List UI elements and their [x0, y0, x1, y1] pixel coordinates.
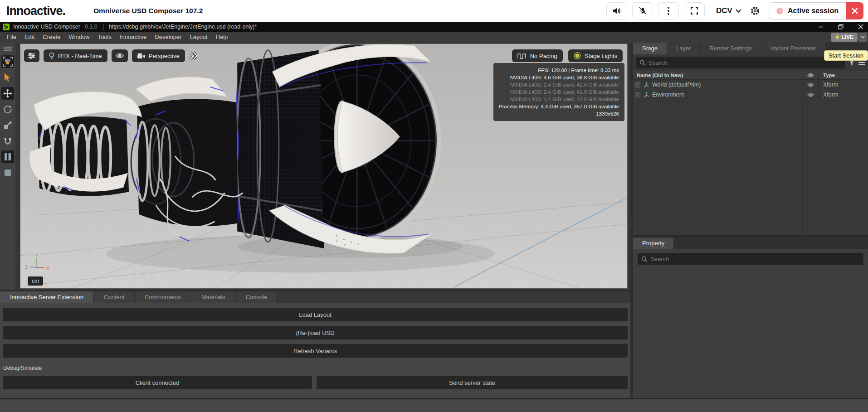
- reload-usd-button[interactable]: (Re-)load USD: [3, 326, 628, 339]
- send-server-state-button[interactable]: Send server state: [317, 376, 628, 389]
- window-app-name: Innoactive USD Composer: [13, 24, 80, 30]
- scale-tool-button[interactable]: [1, 119, 14, 131]
- tree-row-environment[interactable]: Environment Xform: [633, 90, 868, 100]
- start-session-tooltip: Start Session: [824, 50, 868, 61]
- viewport-3d[interactable]: RTX - Real-Time Perspective: [20, 44, 628, 289]
- top-header-bar: Innoactive. Omniverse USD Composer 107.2: [0, 0, 868, 22]
- tree-row-world[interactable]: World (defaultPrim) Xform: [633, 80, 868, 90]
- minimize-button[interactable]: [818, 24, 824, 29]
- app-icon: [3, 24, 10, 30]
- innoactive-logo: Innoactive.: [6, 4, 65, 18]
- snap-tool-button[interactable]: [1, 135, 14, 147]
- menu-edit[interactable]: Edit: [20, 32, 39, 43]
- menu-help[interactable]: Help: [212, 32, 232, 43]
- settings-gear-button[interactable]: [750, 6, 760, 16]
- renderer-label: RTX - Real-Time: [58, 53, 102, 59]
- debug-simulate-label: Debug/Simulate: [3, 365, 630, 371]
- dcv-label: DCV: [716, 6, 732, 15]
- eye-icon: [116, 53, 124, 58]
- page-title: Omniverse USD Composer 107.2: [93, 7, 203, 15]
- load-layout-button[interactable]: Load Layout: [3, 308, 628, 321]
- stage-tree-header: Name (Old to New) Type: [633, 71, 868, 80]
- close-window-button[interactable]: [858, 24, 863, 29]
- live-label: LIVE: [841, 34, 853, 40]
- tab-innoactive-server-extension[interactable]: Innoactive Server Extension: [0, 291, 94, 303]
- renderer-button[interactable]: RTX - Real-Time: [44, 49, 107, 62]
- refresh-variants-button[interactable]: Refresh Variants: [3, 344, 628, 358]
- property-search-input[interactable]: [650, 256, 860, 262]
- tab-layer[interactable]: Layer: [667, 43, 701, 54]
- visibility-column-header[interactable]: [803, 71, 818, 79]
- toolbar-expand-button[interactable]: [189, 51, 197, 61]
- session-controls: Active session: [769, 2, 863, 19]
- menu-file[interactable]: File: [3, 32, 20, 43]
- rotate-tool-button[interactable]: [1, 103, 14, 116]
- pause-button[interactable]: [1, 150, 14, 163]
- square-wave-icon: [517, 53, 527, 59]
- visibility-toggle[interactable]: [803, 90, 818, 100]
- viewport-toolbar-right: No Pacing Stage Lights: [512, 49, 623, 62]
- sliders-icon: [28, 53, 35, 59]
- speaker-button[interactable]: [606, 2, 627, 19]
- fullscreen-button[interactable]: [684, 2, 705, 19]
- stop-button[interactable]: [1, 166, 14, 179]
- dcv-dropdown[interactable]: DCV: [716, 6, 741, 15]
- stats-gpu-2: NVIDIA L40S: 2.4 GiB used, 41.0 GiB avai…: [499, 88, 619, 96]
- toolbar-grip-icon[interactable]: [4, 46, 12, 52]
- more-options-button[interactable]: [658, 2, 679, 19]
- end-session-button[interactable]: [846, 2, 863, 19]
- menu-layout[interactable]: Layout: [186, 32, 212, 43]
- window-app-version: 0.1.0: [85, 24, 98, 30]
- menu-developer[interactable]: Developer: [151, 32, 185, 43]
- tab-stage[interactable]: Stage: [633, 43, 667, 54]
- session-status-dot-icon: [776, 8, 783, 15]
- menu-tools[interactable]: Tools: [94, 32, 116, 43]
- visibility-button[interactable]: [112, 49, 128, 62]
- header-controls: DCV Active session: [606, 0, 863, 22]
- live-dropdown-button[interactable]: [858, 33, 867, 42]
- titlebar-divider: [103, 24, 103, 30]
- microphone-off-icon: [638, 7, 647, 15]
- menu-create[interactable]: Create: [39, 32, 64, 43]
- type-column-header[interactable]: Type: [818, 71, 868, 79]
- menu-innoactive[interactable]: Innoactive: [116, 32, 151, 43]
- chevron-down-icon: [736, 9, 741, 13]
- microphone-muted-button[interactable]: [632, 2, 653, 19]
- right-panel: Stage Layer Render Settings Variant Pres…: [630, 43, 868, 398]
- maximize-button[interactable]: [838, 24, 844, 29]
- viewport-options-button[interactable]: [24, 49, 39, 62]
- pacing-button[interactable]: No Pacing: [512, 49, 563, 62]
- select-tool-button[interactable]: [1, 71, 14, 84]
- move-tool-button[interactable]: [1, 87, 14, 100]
- stage-search-input[interactable]: [649, 59, 841, 66]
- tab-environments[interactable]: Environments: [135, 291, 191, 303]
- tab-console[interactable]: Console: [236, 291, 278, 303]
- menu-bar: File Edit Create Window Tools Innoactive…: [0, 32, 868, 43]
- camera-icon: [137, 53, 145, 59]
- kebab-menu-icon: [667, 6, 670, 15]
- tab-render-settings[interactable]: Render Settings: [701, 43, 761, 54]
- selection-mode-button[interactable]: [1, 55, 14, 68]
- stage-lights-button[interactable]: Stage Lights: [568, 49, 623, 62]
- expand-icon[interactable]: [635, 82, 640, 87]
- bottom-panel: Innoactive Server Extension Content Envi…: [0, 290, 630, 398]
- fullscreen-icon: [690, 7, 698, 15]
- live-button[interactable]: LIVE: [831, 33, 858, 42]
- axis-gizmo[interactable]: Y X Z: [24, 254, 49, 275]
- camera-button[interactable]: Perspective: [132, 49, 185, 62]
- active-session-button[interactable]: Active session: [769, 2, 846, 19]
- stats-gpu-1: NVIDIA L40S: 2.4 GiB used, 41.0 GiB avai…: [499, 81, 619, 88]
- stage-lights-label: Stage Lights: [585, 53, 617, 59]
- tab-variant-presenter[interactable]: Variant Presenter: [761, 43, 825, 54]
- tab-materials[interactable]: Materials: [191, 291, 236, 303]
- menu-window[interactable]: Window: [64, 32, 93, 43]
- pacing-label: No Pacing: [530, 53, 557, 59]
- expand-icon[interactable]: [635, 92, 640, 97]
- name-column-header[interactable]: Name (Old to New): [633, 73, 803, 78]
- client-connected-button[interactable]: Client connected: [3, 376, 312, 389]
- visibility-toggle[interactable]: [803, 80, 818, 90]
- tab-content[interactable]: Content: [94, 291, 135, 303]
- viewport-toolbar-left: RTX - Real-Time Perspective: [24, 49, 197, 62]
- xform-gizmo-icon: [643, 82, 649, 88]
- stage-search-box: [636, 57, 845, 68]
